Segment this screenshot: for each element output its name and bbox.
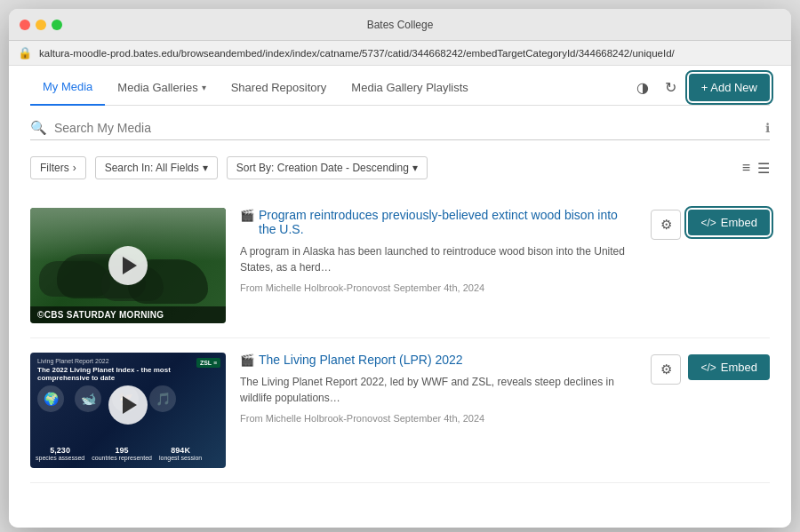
media-description: A program in Alaska has been launched to… xyxy=(240,243,636,275)
play-button[interactable] xyxy=(108,385,148,425)
embed-button[interactable]: </> Embed xyxy=(688,354,770,380)
video-icon: 🎬 xyxy=(240,353,254,367)
settings-button[interactable]: ⚙ xyxy=(651,354,681,385)
maximize-icon[interactable] xyxy=(52,20,62,30)
add-new-button[interactable]: + Add New xyxy=(689,74,770,101)
tab-shared-repository[interactable]: Shared Repository xyxy=(219,70,340,105)
list-item: ©CBS SATURDAY MORNING 🎬 Program reintrod… xyxy=(30,194,770,338)
list-view-button[interactable]: ☰ xyxy=(757,160,770,177)
video-icon: 🎬 xyxy=(240,209,254,222)
media-description: The Living Planet Report 2022, led by WW… xyxy=(240,374,636,406)
media-actions: ⚙ </> Embed xyxy=(651,208,770,240)
chevron-down-icon: ▾ xyxy=(203,162,208,174)
url-text[interactable]: kaltura-moodle-prod.bates.edu/browseande… xyxy=(39,48,675,59)
url-bar: 🔒 kaltura-moodle-prod.bates.edu/browsean… xyxy=(9,41,791,66)
main-content: My Media Media Galleries ▾ Shared Reposi… xyxy=(9,66,791,528)
search-in-select[interactable]: Search In: All Fields ▾ xyxy=(95,156,218,179)
theme-toggle-button[interactable]: ◑ xyxy=(633,75,652,99)
search-input[interactable] xyxy=(54,121,758,135)
search-input-wrap: 🔍 ℹ xyxy=(30,120,770,140)
search-icon: 🔍 xyxy=(30,120,47,136)
media-info: 🎬 Program reintroduces previously-believ… xyxy=(240,208,636,293)
embed-button[interactable]: </> Embed xyxy=(688,210,770,235)
play-icon xyxy=(123,396,137,414)
grid-view-button[interactable]: ≡ xyxy=(742,160,750,177)
filters-button[interactable]: Filters › xyxy=(30,156,86,179)
media-info: 🎬 The Living Planet Report (LPR) 2022 Th… xyxy=(240,353,636,424)
zsl-badge: ZSL ≡ xyxy=(196,358,220,368)
sort-select[interactable]: Sort By: Creation Date - Descending ▾ xyxy=(227,156,428,179)
close-icon[interactable] xyxy=(20,20,30,30)
gear-icon: ⚙ xyxy=(660,361,672,377)
view-icons: ≡ ☰ xyxy=(742,160,770,177)
tab-media-galleries[interactable]: Media Galleries ▾ xyxy=(105,70,218,105)
gear-icon: ⚙ xyxy=(660,217,672,233)
filter-bar: Filters › Search In: All Fields ▾ Sort B… xyxy=(30,149,770,194)
code-icon: </> xyxy=(700,217,716,229)
media-title-link[interactable]: 🎬 Program reintroduces previously-believ… xyxy=(240,208,636,236)
nav-tabs: My Media Media Galleries ▾ Shared Reposi… xyxy=(30,66,770,106)
window-title: Bates College xyxy=(367,19,434,31)
security-icon: 🔒 xyxy=(18,46,32,60)
thumbnail-bison[interactable]: ©CBS SATURDAY MORNING xyxy=(30,208,226,323)
code-icon: </> xyxy=(700,361,716,374)
nav-right: ◑ ↻ + Add New xyxy=(633,74,770,101)
refresh-button[interactable]: ↻ xyxy=(661,75,680,99)
media-meta: From Michelle Holbrook-Pronovost Septemb… xyxy=(240,413,636,424)
media-meta: From Michelle Holbrook-Pronovost Septemb… xyxy=(240,282,636,293)
search-bar: 🔍 ℹ xyxy=(30,106,770,149)
media-actions: ⚙ </> Embed xyxy=(651,353,770,385)
chevron-right-icon: › xyxy=(73,162,76,174)
play-button[interactable] xyxy=(108,246,148,285)
thumbnail-label: ©CBS SATURDAY MORNING xyxy=(30,306,226,323)
tab-my-media[interactable]: My Media xyxy=(30,69,105,106)
thumbnail-lpr[interactable]: Living Planet Report 2022 The 2022 Livin… xyxy=(30,353,226,468)
chevron-down-icon: ▾ xyxy=(412,162,418,174)
media-title-link[interactable]: 🎬 The Living Planet Report (LPR) 2022 xyxy=(240,353,636,367)
traffic-lights xyxy=(20,20,62,30)
info-icon: ℹ xyxy=(765,121,770,135)
chevron-down-icon: ▾ xyxy=(202,83,206,92)
tab-media-gallery-playlists[interactable]: Media Gallery Playlists xyxy=(339,70,481,105)
list-item: Living Planet Report 2022 The 2022 Livin… xyxy=(30,338,770,483)
title-bar: Bates College xyxy=(9,9,791,41)
play-icon xyxy=(123,257,137,274)
minimize-icon[interactable] xyxy=(36,20,46,30)
settings-button[interactable]: ⚙ xyxy=(651,210,681,240)
app-window: Bates College 🔒 kaltura-moodle-prod.bate… xyxy=(9,9,791,528)
